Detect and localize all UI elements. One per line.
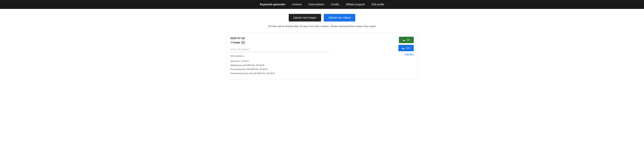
nav-credits[interactable]: Credits (331, 3, 339, 6)
card-actions: ☁ ZIP ☁ CSV Edit files (398, 37, 414, 56)
cloud-upload-icon: ☁ (402, 38, 405, 42)
download-csv-button[interactable]: ☁ CSV (398, 45, 414, 51)
zip-label: ZIP (406, 39, 410, 41)
upload-videos-button[interactable]: Upload new videos (324, 14, 355, 22)
card-details: Start time: 13:03:07 Waiting time (HH:MM… (230, 59, 414, 76)
nav-affiliate-program[interactable]: Affiliate program (346, 3, 365, 6)
start-time: Start time: 13:03:07 (230, 59, 414, 63)
show-details-label: Show details (230, 55, 243, 57)
main-nav: Keywords generator Invoices Subscription… (0, 0, 644, 9)
csv-label: CSV (406, 47, 410, 49)
processing-time: Processing time (HH:MM:SS): 00:00:07 (230, 67, 414, 71)
chevron-up-icon: ▲ (243, 55, 245, 57)
upload-card: 2024-07-28 1 Image Show details ▲ Start … (226, 33, 418, 80)
image-label-text: 1 Image (230, 41, 240, 44)
cloud-upload-icon-csv: ☁ (402, 47, 404, 50)
expiry-notice: ZIP files will be deleted after 30 days … (226, 25, 418, 28)
card-date: 2024-07-28 (230, 37, 414, 40)
edit-files-button[interactable]: Edit files (405, 53, 414, 56)
nav-edit-profile[interactable]: Edit profile (372, 3, 384, 6)
description-input[interactable] (230, 47, 330, 52)
nav-invoices[interactable]: Invoices (292, 3, 302, 6)
upload-images-button[interactable]: Upload new images (289, 14, 321, 22)
processing-time-per-file: Processing time per file (HH:MM:SS): 00:… (230, 71, 414, 76)
main-content: Upload new images Upload new videos ZIP … (223, 9, 421, 85)
download-zip-button[interactable]: ☁ ZIP (399, 37, 414, 43)
card-image-label: 1 Image (230, 41, 414, 44)
show-details-toggle[interactable]: Show details ▲ (230, 55, 245, 57)
nav-keywords-generator[interactable]: Keywords generator (260, 3, 286, 6)
nav-subscriptions[interactable]: Subscriptions (308, 3, 324, 6)
upload-buttons-container: Upload new images Upload new videos (226, 14, 418, 22)
image-type-icon (242, 41, 245, 44)
waiting-time: Waiting time (HH:MM:SS): 00:00:00 (230, 63, 414, 67)
